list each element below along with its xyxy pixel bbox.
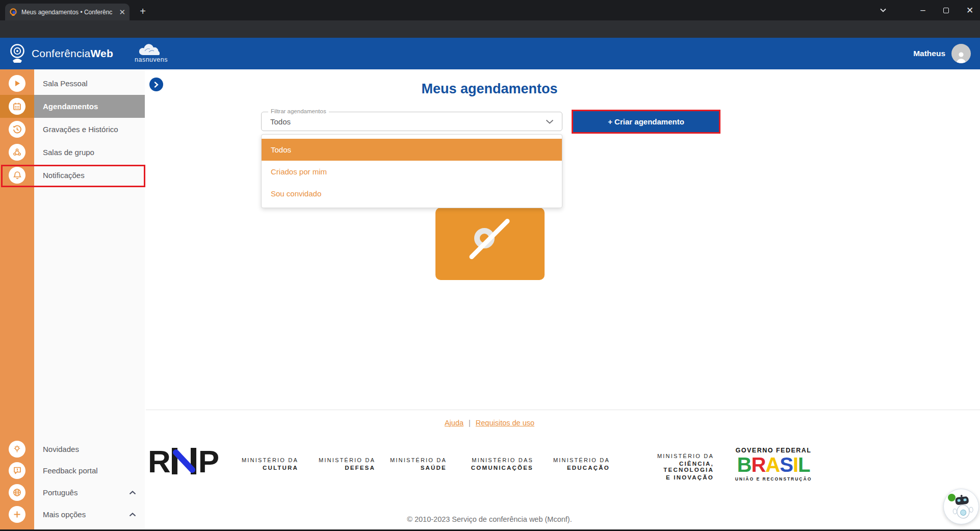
filter-dropdown-menu: Todos Criados por mim Sou convidado — [261, 134, 562, 208]
webcam-icon — [8, 43, 27, 64]
tab-close-icon[interactable]: ✕ — [119, 8, 125, 16]
sidebar-item-novidades[interactable]: Novidades — [0, 438, 145, 460]
tab-search-chevron-icon[interactable] — [873, 0, 893, 20]
plus-icon — [9, 506, 25, 523]
sidebar-item-salas-de-grupo[interactable]: Salas de grupo — [0, 141, 145, 164]
rnp-letter-p: P — [198, 449, 218, 474]
sidebar-item-label: Sala Pessoal — [43, 79, 88, 88]
avatar[interactable] — [951, 44, 971, 63]
sidebar-item-notificacoes[interactable]: Notificações — [0, 164, 145, 187]
ministry-educacao-logo: MINISTÉRIO DA EDUCAÇÃO — [544, 457, 610, 471]
browser-toolbar: ← → ⟳ ⌂ conferenciaweb.rnp.br/users/math… — [0, 20, 980, 38]
user-name: Matheus — [913, 49, 945, 58]
sidebar-item-sala-pessoal[interactable]: Sala Pessoal — [0, 72, 145, 95]
chevron-right-icon — [154, 82, 159, 88]
window-close-button[interactable]: ✕ — [960, 0, 980, 20]
window-restore-button[interactable] — [936, 0, 956, 20]
sidebar-item-label: Notificações — [43, 171, 85, 180]
window-minimize-button[interactable]: – — [913, 0, 933, 20]
sidebar-item-label: Feedback portal — [43, 466, 98, 475]
group-rooms-icon — [9, 144, 25, 161]
rnp-letter-n — [171, 448, 197, 474]
chevron-up-icon — [129, 488, 136, 497]
governo-federal-label: GOVERNO FEDERAL — [730, 447, 817, 454]
brasil-wordmark: BRASIL — [730, 454, 817, 475]
sidebar-item-agendamentos[interactable]: Agendamentos — [0, 95, 145, 118]
footer-links: Ajuda|Requisitos de uso — [345, 419, 634, 427]
robot-mascot-icon — [950, 493, 976, 521]
browser-tab[interactable]: Meus agendamentos • Conferênc ✕ — [5, 4, 130, 20]
ministry-cultura-logo: MINISTÉRIO DA CULTURA — [232, 457, 298, 471]
sidebar-expand-button[interactable] — [149, 78, 163, 91]
rnp-letter-r: R — [148, 449, 170, 474]
filter-option-criados-por-mim[interactable]: Criados por mim — [262, 161, 562, 183]
sidebar: Sala Pessoal Agendamentos — [0, 69, 145, 529]
page-title: Meus agendamentos — [345, 81, 634, 97]
uniao-reconstrucao-label: UNIÃO E RECONSTRUÇÃO — [730, 476, 817, 482]
cloud-icon — [136, 44, 166, 57]
chevron-down-icon — [546, 117, 554, 126]
filter-option-sou-convidado[interactable]: Sou convidado — [262, 183, 562, 205]
new-tab-button[interactable]: + — [136, 5, 150, 19]
globe-icon — [9, 484, 25, 501]
ministry-ciencia-logo: MINISTÉRIO DA CIÊNCIA, TECNOLOGIA E INOV… — [627, 453, 714, 481]
footer-divider — [146, 410, 980, 410]
main-content: Meus agendamentos Filtrar agendamentos T… — [145, 69, 980, 529]
ministry-saude-logo: MINISTÉRIO DA SAÚDE — [380, 457, 447, 471]
sidebar-item-gravacoes[interactable]: Gravações e Histórico — [0, 118, 145, 141]
chatbot-launcher[interactable] — [943, 489, 979, 524]
app-navbar: ConferênciaWeb nasnuvens Matheus — [0, 38, 980, 69]
sidebar-item-label: Salas de grupo — [43, 148, 94, 157]
filter-select-label: Filtrar agendamentos — [268, 108, 329, 114]
sidebar-item-mais-opcoes[interactable]: Mais opções — [0, 503, 145, 525]
sidebar-item-feedback-portal[interactable]: Feedback portal — [0, 459, 145, 482]
play-icon — [9, 75, 25, 92]
sidebar-item-language[interactable]: Português — [0, 481, 145, 503]
filter-select-value: Todos — [270, 117, 291, 126]
create-scheduling-button[interactable]: + Criar agendamento — [573, 111, 719, 132]
brand-bold: Web — [90, 47, 113, 59]
ministry-defesa-logo: MINISTÉRIO DA DEFESA — [309, 457, 375, 471]
annotation-highlight-create: + Criar agendamento — [572, 110, 720, 134]
filter-option-todos[interactable]: Todos — [262, 139, 562, 161]
link-separator: | — [469, 419, 471, 427]
chevron-up-icon — [129, 510, 136, 519]
usage-requirements-link[interactable]: Requisitos de uso — [476, 419, 534, 427]
person-icon — [955, 50, 968, 63]
lightbulb-icon — [9, 441, 25, 458]
browser-window: Meus agendamentos • Conferênc ✕ + – ✕ ← … — [0, 0, 980, 531]
nasnuvens-logo: nasnuvens — [135, 44, 168, 63]
copyright-text: © 2010-2023 Serviço de conferência web (… — [345, 515, 634, 523]
sidebar-item-label: Mais opções — [43, 510, 86, 519]
sidebar-item-label: Novidades — [43, 445, 79, 453]
bell-icon — [9, 167, 25, 184]
brand-text: ConferênciaWeb — [32, 47, 113, 60]
sidebar-item-label: Português — [43, 488, 78, 497]
governo-federal-logo: GOVERNO FEDERAL BRASIL UNIÃO E RECONSTRU… — [730, 447, 817, 482]
nasnuvens-label: nasnuvens — [135, 56, 168, 63]
filter-select[interactable]: Filtrar agendamentos Todos — [261, 112, 562, 131]
history-icon — [9, 121, 25, 138]
sidebar-item-label: Gravações e Histórico — [43, 125, 118, 134]
brand-regular: Conferência — [32, 47, 90, 59]
sidebar-item-label: Agendamentos — [43, 102, 98, 111]
empty-state-tile — [435, 208, 545, 280]
tab-favicon-icon — [9, 8, 17, 16]
tab-title: Meus agendamentos • Conferênc — [21, 9, 115, 16]
calendar-icon — [9, 98, 25, 115]
rnp-logo: R P — [148, 448, 218, 474]
conferenciaweb-logo[interactable]: ConferênciaWeb — [8, 43, 113, 64]
ministry-comunicacoes-logo: MINISTÉRIO DAS COMUNICAÇÕES — [449, 457, 533, 471]
user-menu[interactable]: Matheus — [913, 44, 971, 63]
feedback-bubble-icon — [9, 462, 25, 479]
tab-strip: Meus agendamentos • Conferênc ✕ + – ✕ — [0, 0, 980, 20]
help-link[interactable]: Ajuda — [445, 419, 463, 427]
